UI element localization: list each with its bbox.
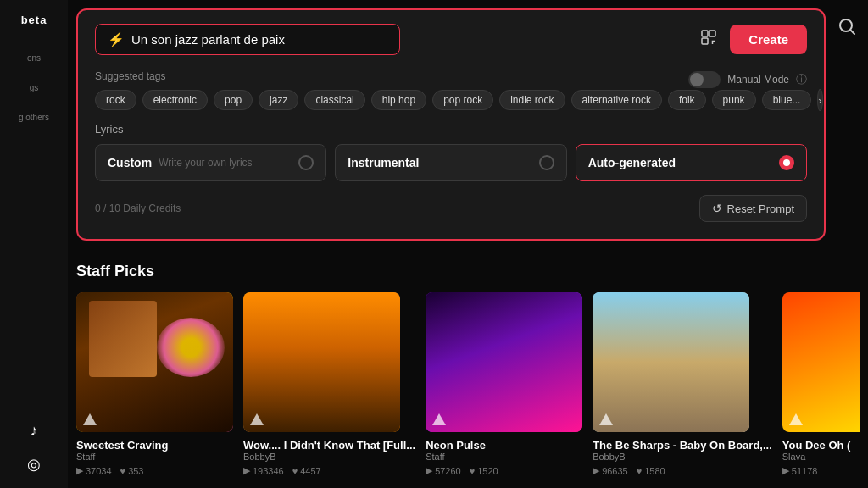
lyrics-option-custom[interactable]: Custom Write your own lyrics [95, 144, 326, 181]
card-stats-2: ▶ 193346 ♥ 4457 [243, 465, 415, 476]
card-sweetest-craving[interactable]: Sweetest Craving Staff ▶ 37034 ♥ 353 [76, 292, 233, 476]
card-image-2 [243, 292, 400, 432]
likes-count-4: 1580 [644, 466, 665, 476]
likes-stat-2: ♥ 4457 [292, 465, 321, 476]
profile-icon[interactable]: ◎ [24, 454, 44, 474]
reset-label: Reset Prompt [727, 202, 794, 215]
app-logo: beta [21, 14, 47, 26]
tag-jazz[interactable]: jazz [259, 90, 298, 110]
plays-count-2: 193346 [253, 466, 284, 476]
sidebar-item-others[interactable]: g others [19, 113, 49, 122]
card-author-2: BobbyB [243, 452, 415, 462]
staff-picks-title: Staff Picks [76, 263, 860, 280]
search-actions: Create [699, 25, 807, 54]
svg-rect-3 [709, 30, 715, 36]
bolt-icon: ⚡ [108, 31, 125, 47]
likes-count-2: 4457 [300, 466, 320, 476]
lyrics-custom-text: Custom Write your own lyrics [108, 156, 253, 169]
card-title-5: You Dee Oh ( [782, 439, 860, 452]
staff-picks-section: Staff Picks Sweetest Craving Staff ▶ 370… [76, 263, 860, 488]
card-wow[interactable]: Wow.... I Didn't Know That [Full... Bobb… [243, 292, 415, 476]
lyrics-auto-name: Auto-generated [588, 156, 676, 169]
lyrics-auto-text: Auto-generated [588, 156, 676, 169]
share-icon[interactable] [699, 28, 718, 51]
card-stats-3: ▶ 57260 ♥ 1520 [426, 465, 582, 476]
likes-icon-4: ♥ [637, 466, 643, 476]
plays-icon-5: ▶ [782, 465, 789, 476]
plays-icon-1: ▶ [76, 465, 83, 476]
lyrics-custom-name: Custom [108, 156, 152, 169]
plays-icon-2: ▶ [243, 465, 250, 476]
lyrics-options: Custom Write your own lyrics Instrumenta… [95, 144, 807, 181]
tag-electronic[interactable]: electronic [142, 90, 208, 110]
card-author-4: BobbyB [593, 452, 772, 462]
plays-stat-5: ▶ 51178 [782, 465, 818, 476]
plays-count-4: 96635 [602, 466, 628, 476]
tag-rock[interactable]: rock [95, 90, 136, 110]
tag-blues[interactable]: blue... [762, 90, 812, 110]
search-row: ⚡ Un son jazz parlant de paix Create [95, 24, 807, 55]
manual-mode-label: Manual Mode [727, 74, 789, 86]
card-stats-1: ▶ 37034 ♥ 353 [76, 465, 233, 476]
plays-stat-4: ▶ 96635 [593, 465, 628, 476]
lyrics-section: Lyrics Custom Write your own lyrics Inst… [95, 123, 807, 181]
likes-count-3: 1520 [477, 466, 498, 476]
tiktok-icon[interactable]: ♪ [24, 420, 44, 441]
plays-count-3: 57260 [435, 466, 461, 476]
plays-count-1: 37034 [86, 466, 112, 476]
card-image-1 [76, 292, 233, 432]
tag-altrock[interactable]: alternative rock [571, 90, 662, 110]
reset-prompt-button[interactable]: ↺ Reset Prompt [699, 195, 807, 222]
sidebar: beta ons gs g others ♪ ◎ [0, 0, 68, 488]
tag-poprock[interactable]: pop rock [432, 90, 493, 110]
tag-indierock[interactable]: indie rock [499, 90, 565, 110]
main-content: ⚡ Un son jazz parlant de paix Create [68, 0, 868, 488]
sidebar-item-ons[interactable]: ons [19, 53, 49, 63]
search-icon[interactable] [837, 17, 856, 41]
card-title-3: Neon Pulse [426, 439, 582, 452]
sidebar-item-gs[interactable]: gs [19, 83, 49, 92]
plays-stat-3: ▶ 57260 [426, 465, 461, 476]
prompt-input-wrapper[interactable]: ⚡ Un son jazz parlant de paix [95, 24, 400, 55]
card-image-5 [782, 292, 860, 432]
prompt-text: Un son jazz parlant de paix [131, 32, 387, 47]
lyrics-auto-radio [779, 155, 794, 170]
card-neon-pulse[interactable]: Neon Pulse Staff ▶ 57260 ♥ 1520 [426, 292, 582, 476]
card-author-3: Staff [426, 452, 582, 462]
tag-pop[interactable]: pop [214, 90, 253, 110]
card-be-sharps[interactable]: The Be Sharps - Baby On Board,... BobbyB… [593, 292, 772, 476]
tags-more-button[interactable]: › [817, 89, 822, 111]
card-stats-5: ▶ 51178 [782, 465, 860, 476]
info-icon[interactable]: ⓘ [796, 72, 807, 87]
lyrics-instrumental-radio [539, 155, 554, 170]
credits-text: 0 / 10 Daily Credits [95, 202, 181, 214]
plays-icon-3: ▶ [426, 465, 432, 476]
svg-line-1 [851, 30, 855, 35]
likes-stat-4: ♥ 1580 [637, 465, 665, 476]
tags-row: rock electronic pop jazz classical hip h… [95, 89, 807, 111]
lyrics-custom-radio [298, 155, 314, 170]
likes-stat-3: ♥ 1520 [470, 465, 498, 476]
manual-mode-toggle[interactable] [688, 71, 721, 88]
lyrics-option-instrumental[interactable]: Instrumental [335, 144, 566, 181]
tag-classical[interactable]: classical [304, 90, 364, 110]
svg-rect-2 [702, 30, 708, 36]
lyrics-option-autogenerated[interactable]: Auto-generated [576, 144, 807, 181]
lyrics-label: Lyrics [95, 123, 807, 136]
card-stats-4: ▶ 96635 ♥ 1580 [593, 465, 772, 476]
likes-icon-3: ♥ [470, 466, 476, 476]
svg-rect-4 [702, 38, 708, 44]
create-button[interactable]: Create [730, 25, 807, 54]
manual-mode-row: Manual Mode ⓘ [688, 71, 807, 88]
card-author-1: Staff [76, 452, 233, 462]
plays-count-5: 51178 [792, 466, 818, 476]
tag-folk[interactable]: folk [668, 90, 706, 110]
tag-hiphop[interactable]: hip hop [371, 90, 426, 110]
cards-row: Sweetest Craving Staff ▶ 37034 ♥ 353 [76, 292, 860, 476]
top-panel: ⚡ Un son jazz parlant de paix Create [76, 8, 826, 241]
card-image-4 [593, 292, 749, 432]
likes-count-1: 353 [128, 466, 143, 476]
tag-punk[interactable]: punk [712, 90, 756, 110]
card-you-dee-oh[interactable]: You Dee Oh ( Slava ▶ 51178 [782, 292, 860, 476]
sidebar-nav: ons gs g others [19, 53, 49, 420]
